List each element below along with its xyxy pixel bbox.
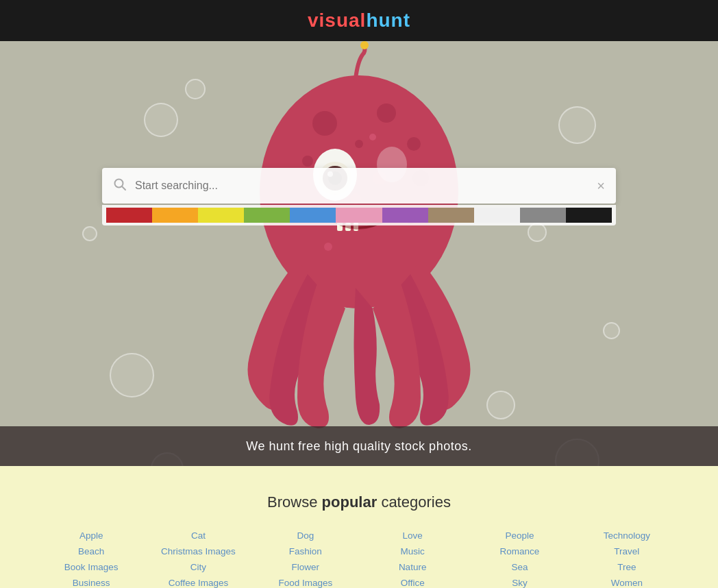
category-col-5: TechnologyTravelTreeWomenWork [577, 530, 677, 588]
category-col-0: AppleBeachBook ImagesBusinessCar [41, 530, 141, 588]
category-link-nature[interactable]: Nature [399, 562, 427, 572]
hero-section: × We hunt free high quality stock photos… [0, 41, 718, 466]
category-link-technology[interactable]: Technology [604, 530, 650, 541]
category-link-tree[interactable]: Tree [617, 562, 636, 572]
swatch-yellow[interactable] [198, 208, 244, 223]
category-link-beach[interactable]: Beach [78, 546, 104, 556]
svg-point-1 [312, 111, 337, 136]
swatch-pink[interactable] [336, 208, 382, 223]
categories-section: Browse popular categories AppleBeachBook… [0, 466, 718, 588]
swatch-purple[interactable] [382, 208, 428, 223]
logo-visual: visual [308, 10, 366, 31]
categories-grid: AppleBeachBook ImagesBusinessCarCatChris… [41, 530, 677, 588]
color-swatches [102, 205, 616, 225]
svg-point-2 [377, 103, 396, 123]
category-link-sky[interactable]: Sky [512, 578, 528, 588]
svg-line-25 [122, 186, 125, 190]
swatch-blue[interactable] [290, 208, 336, 223]
category-link-fashion[interactable]: Fashion [289, 546, 322, 556]
categories-heading: Browse popular categories [41, 493, 677, 511]
bubble [558, 106, 596, 144]
bubble [144, 103, 178, 137]
svg-point-4 [302, 156, 313, 167]
octopus-illustration [208, 41, 510, 466]
category-col-4: PeopleRomanceSeaSkySnow [469, 530, 569, 588]
category-link-apple[interactable]: Apple [79, 530, 103, 541]
bubble [110, 353, 154, 397]
category-link-travel[interactable]: Travel [614, 546, 639, 556]
category-link-book-images[interactable]: Book Images [64, 562, 119, 572]
search-clear-button[interactable]: × [597, 178, 605, 194]
swatch-brown[interactable] [428, 208, 474, 223]
logo-hunt: hunt [366, 10, 410, 31]
svg-point-21 [360, 41, 369, 49]
category-link-cat[interactable]: Cat [191, 530, 206, 541]
category-col-1: CatChristmas ImagesCityCoffee ImagesComp… [148, 530, 248, 588]
svg-point-22 [369, 134, 376, 140]
category-link-office[interactable]: Office [401, 578, 425, 588]
swatch-white[interactable] [474, 208, 520, 223]
bubble [603, 322, 620, 339]
category-col-3: LoveMusicNatureOfficeParty Images [362, 530, 462, 588]
search-area: × [102, 168, 616, 225]
tagline-bar: We hunt free high quality stock photos. [0, 426, 718, 466]
search-icon [113, 177, 127, 195]
swatch-orange[interactable] [152, 208, 198, 223]
search-box: × [102, 168, 616, 204]
swatch-black[interactable] [566, 208, 612, 223]
category-link-business[interactable]: Business [73, 578, 110, 588]
tagline-text: We hunt free high quality stock photos. [246, 439, 471, 454]
category-link-music[interactable]: Music [401, 546, 425, 556]
swatch-red[interactable] [106, 208, 152, 223]
bubble [185, 79, 206, 99]
category-link-people[interactable]: People [505, 530, 534, 541]
category-link-city[interactable]: City [190, 562, 206, 572]
svg-point-23 [324, 243, 332, 251]
swatch-green[interactable] [244, 208, 290, 223]
bubble [528, 223, 547, 242]
category-link-coffee-images[interactable]: Coffee Images [169, 578, 229, 588]
svg-point-3 [407, 137, 421, 151]
category-link-women[interactable]: Women [611, 578, 643, 588]
svg-point-8 [355, 140, 363, 148]
category-link-sea[interactable]: Sea [511, 562, 528, 572]
category-link-flower[interactable]: Flower [292, 562, 320, 572]
logo[interactable]: visualhunt [308, 10, 410, 32]
category-link-food-images[interactable]: Food Images [278, 578, 332, 588]
category-link-christmas-images[interactable]: Christmas Images [161, 546, 236, 556]
category-link-love[interactable]: Love [403, 530, 423, 541]
header: visualhunt [0, 0, 718, 41]
bubble [82, 226, 97, 241]
category-link-dog[interactable]: Dog [297, 530, 314, 541]
swatch-gray[interactable] [520, 208, 566, 223]
search-input[interactable] [135, 180, 597, 192]
category-col-2: DogFashionFlowerFood ImagesHappy [256, 530, 356, 588]
category-link-romance[interactable]: Romance [500, 546, 540, 556]
